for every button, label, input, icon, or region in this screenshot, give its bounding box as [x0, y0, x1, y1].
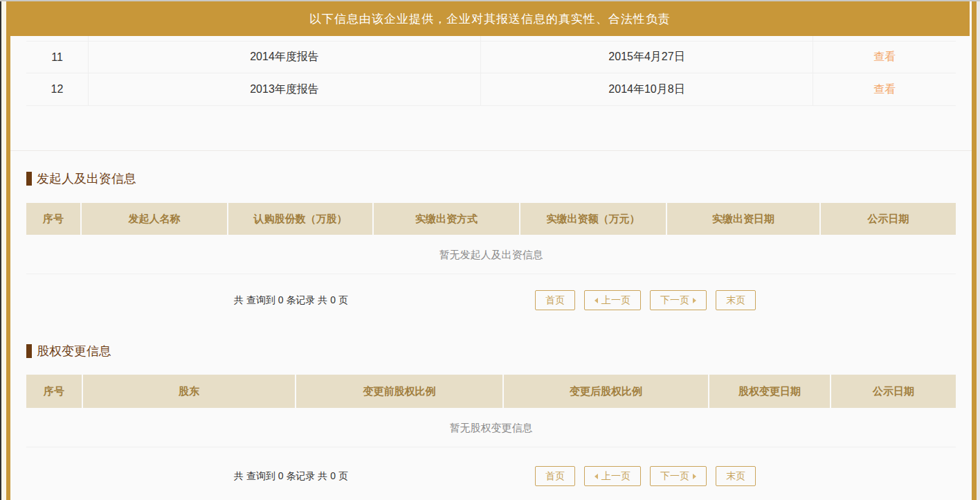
column-header: 实缴出资日期: [667, 203, 821, 235]
table-header-row: 序号 股东 变更前股权比例 变更后股权比例 股权变更日期 公示日期: [26, 375, 956, 408]
promoter-investment-table: 序号 发起人名称 认购股份数（万股） 实缴出资方式 实缴出资额（万元） 实缴出资…: [26, 203, 956, 274]
next-arrow-icon: [693, 474, 696, 479]
section-title-promoter-investment: 发起人及出资信息: [26, 171, 956, 186]
table-row-partial: [26, 36, 956, 42]
last-page-button[interactable]: 末页: [716, 466, 756, 486]
pagination-buttons: 首页 上一页 下一页 末页: [535, 290, 756, 310]
empty-state-text: 暂无发起人及出资信息: [26, 235, 956, 274]
pagination-buttons: 首页 上一页 下一页 末页: [535, 466, 756, 486]
page: 以下信息由该企业提供，企业对其报送信息的真实性、合法性负责 11 2014年度报…: [0, 1, 980, 500]
report-date: 2015年4月27日: [481, 42, 813, 73]
report-name: 2013年度报告: [89, 73, 481, 105]
section-title-text: 股权变更信息: [37, 343, 111, 359]
prev-arrow-icon: [595, 298, 598, 303]
report-name: 2014年度报告: [89, 42, 481, 73]
row-number: 12: [26, 73, 89, 105]
record-count-summary: 共 查询到 0 条记录 共 0 页: [234, 294, 348, 307]
disclaimer-text: 以下信息由该企业提供，企业对其报送信息的真实性、合法性负责: [309, 11, 671, 27]
column-header: 发起人名称: [82, 203, 228, 235]
prev-arrow-icon: [595, 474, 598, 479]
next-page-button[interactable]: 下一页: [650, 466, 707, 486]
section-marker-icon: [26, 344, 32, 358]
right-window-edge: [977, 1, 980, 500]
spacer: [26, 106, 956, 150]
last-page-button[interactable]: 末页: [716, 290, 756, 310]
column-header: 公示日期: [821, 203, 956, 235]
disclaimer-banner: 以下信息由该企业提供，企业对其报送信息的真实性、合法性负责: [10, 1, 970, 36]
page-background-strip: [1, 1, 6, 500]
main-container: 以下信息由该企业提供，企业对其报送信息的真实性、合法性负责 11 2014年度报…: [6, 1, 977, 500]
content-area: 11 2014年度报告 2015年4月27日 查看 12 2013年度报告 20…: [10, 36, 972, 488]
table-header-row: 序号 发起人名称 认购股份数（万股） 实缴出资方式 实缴出资额（万元） 实缴出资…: [26, 203, 956, 235]
column-header: 公示日期: [831, 375, 956, 408]
view-link[interactable]: 查看: [873, 82, 896, 97]
equity-change-table: 序号 股东 变更前股权比例 变更后股权比例 股权变更日期 公示日期 暂无股权变更…: [26, 375, 956, 447]
column-header: 变更后股权比例: [504, 375, 709, 408]
column-header: 实缴出资方式: [374, 203, 520, 235]
next-arrow-icon: [693, 298, 696, 303]
pagination-bar: 共 查询到 0 条记录 共 0 页 首页 上一页 下一页 末页: [26, 289, 956, 312]
column-header: 股权变更日期: [709, 375, 831, 408]
first-page-button[interactable]: 首页: [535, 466, 575, 486]
column-header: 股东: [83, 375, 296, 408]
column-header: 序号: [26, 375, 83, 408]
section-title-equity-change: 股权变更信息: [26, 343, 956, 359]
section-marker-icon: [26, 172, 32, 186]
pagination-bar: 共 查询到 0 条记录 共 0 页 首页 上一页 下一页 末页: [26, 465, 956, 488]
report-date: 2014年10月8日: [481, 73, 813, 105]
table-row: 12 2013年度报告 2014年10月8日 查看: [26, 73, 956, 105]
section-title-text: 发起人及出资信息: [37, 170, 136, 187]
record-count-summary: 共 查询到 0 条记录 共 0 页: [234, 470, 348, 483]
table-row: 11 2014年度报告 2015年4月27日 查看: [26, 42, 956, 73]
column-header: 变更前股权比例: [296, 375, 504, 408]
prev-page-button[interactable]: 上一页: [584, 466, 641, 486]
column-header: 认购股份数（万股）: [228, 203, 374, 235]
section-divider: [10, 150, 972, 151]
first-page-button[interactable]: 首页: [535, 290, 575, 310]
column-header: 实缴出资额（万元）: [520, 203, 667, 235]
column-header: 序号: [26, 203, 82, 235]
view-link[interactable]: 查看: [873, 50, 896, 64]
empty-state-text: 暂无股权变更信息: [26, 408, 956, 447]
next-page-button[interactable]: 下一页: [650, 290, 707, 310]
prev-page-button[interactable]: 上一页: [584, 290, 641, 310]
row-number: 11: [26, 42, 89, 73]
annual-report-table: 11 2014年度报告 2015年4月27日 查看 12 2013年度报告 20…: [26, 36, 956, 106]
